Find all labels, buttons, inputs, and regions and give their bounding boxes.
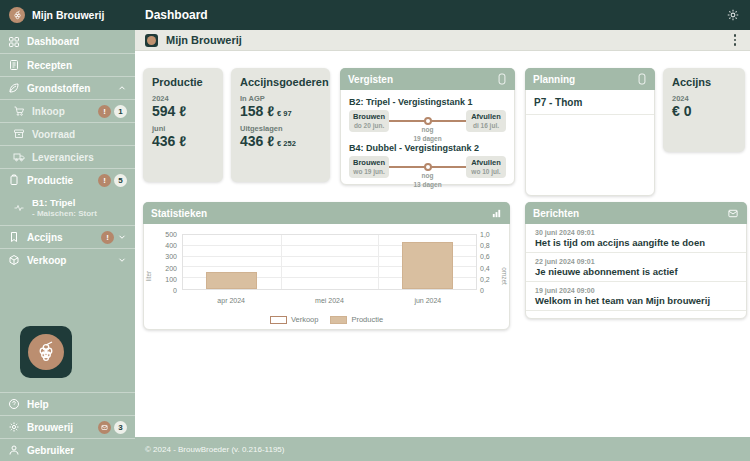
cart-icon	[13, 105, 25, 117]
bookmark-icon	[8, 231, 20, 243]
nav-label: Verkoop	[27, 255, 66, 266]
chevron-down-icon	[117, 255, 127, 265]
card-title: Accijns	[672, 76, 736, 88]
brewery-logo	[20, 326, 72, 378]
batch-name: B1: Tripel	[32, 197, 97, 209]
sidebar-item-dashboard[interactable]: Dashboard	[0, 30, 135, 53]
timeline-remaining: nog 13 dagen	[398, 172, 458, 189]
alert-badge: !	[98, 105, 111, 118]
legend-item: Productie	[330, 315, 383, 324]
chart-axis-left: 0100200300400500	[158, 234, 180, 290]
sidebar-item-inkoop[interactable]: Inkoop ! 1	[0, 99, 135, 122]
sidebar-item-gebruiker[interactable]: Gebruiker	[0, 438, 135, 461]
footer: © 2024 - BrouwBroeder (v. 0.216-1195)	[135, 437, 750, 461]
timeline-remaining: nog 19 dagen	[398, 126, 458, 143]
app-root: Mijn Brouwerij Dashboard Recepten Gronds…	[0, 0, 750, 461]
stat-label: In AGP	[240, 94, 321, 103]
chart-category-cell	[281, 235, 379, 289]
envelope-icon[interactable]	[727, 208, 739, 219]
timeline-end-chip: Afvullen wo 10 jul.	[466, 156, 506, 178]
message-item[interactable]: 19 juni 2024 09:00 Welkom in het team va…	[526, 282, 746, 311]
timeline-track: nog 19 dagen	[389, 120, 466, 122]
kebab-menu-icon[interactable]	[730, 32, 741, 48]
org-avatar[interactable]	[145, 34, 158, 47]
card-vergisten: Vergisten B2: Tripel - Vergistingstank 1…	[340, 68, 515, 185]
sidebar-item-productie[interactable]: Productie ! 5	[0, 168, 135, 191]
chevron-up-icon	[117, 83, 127, 93]
card-title: Productie	[152, 76, 214, 88]
nav-label: Grondstoffen	[27, 83, 90, 94]
nav-label: Accijns	[27, 232, 63, 243]
nav-label: Gebruiker	[27, 445, 74, 456]
sidebar-item-batch-b1-tripel[interactable]: B1: Tripel - Maischen: Stort	[0, 191, 135, 225]
stat-value: 436 ℓ	[152, 133, 214, 149]
card-title: Accijnsgoederen	[240, 76, 321, 88]
timeline-progress-knob	[424, 163, 432, 171]
sidebar-item-verkoop[interactable]: Verkoop	[0, 248, 135, 271]
sidebar-item-leveranciers[interactable]: Leveranciers	[0, 145, 135, 168]
batch-step: - Maischen: Stort	[32, 209, 97, 219]
package-icon	[8, 254, 20, 266]
nav-label: Recepten	[27, 60, 72, 71]
box-icon	[13, 128, 25, 140]
legend-item: Verkoop	[270, 315, 319, 324]
stat-value: 158 ℓ € 97	[240, 103, 321, 119]
card-accijnsgoederen[interactable]: Accijnsgoederen In AGP 158 ℓ € 97 Uitges…	[231, 68, 330, 182]
org-bar: Mijn Brouwerij	[135, 30, 750, 51]
message-item[interactable]: 30 juni 2024 09:01 Het is tijd om accijn…	[526, 224, 746, 253]
message-date: 19 juni 2024 09:00	[535, 287, 737, 294]
topbar: Dashboard	[135, 0, 750, 30]
message-item[interactable]: 22 juni 2024 09:01 Je nieuwe abonnement …	[526, 253, 746, 282]
leaf-icon	[8, 82, 20, 94]
sidebar-item-grondstoffen[interactable]: Grondstoffen	[0, 76, 135, 99]
brand-name: Mijn Brouwerij	[32, 9, 104, 21]
bar-productie	[402, 242, 453, 289]
bar-productie	[206, 272, 257, 289]
sidebar-item-help[interactable]: Help	[0, 392, 135, 415]
card-productie[interactable]: Productie 2024 594 ℓ juni 436 ℓ	[143, 68, 223, 182]
chart-body: liter 0100200300400500 00,20,40,60,81,0 …	[144, 224, 509, 328]
sidebar-item-accijns[interactable]: Accijns !	[0, 225, 135, 248]
stat-euro: € 252	[277, 139, 296, 148]
nav-label: Leveranciers	[32, 152, 94, 163]
card-title: Planning	[533, 74, 575, 85]
org-name: Mijn Brouwerij	[166, 34, 242, 46]
clipboard-icon	[8, 174, 20, 186]
clipboard-icon[interactable]	[637, 73, 647, 85]
card-accijns[interactable]: Accijns 2024 € 0	[663, 68, 745, 152]
card-title: Statistieken	[151, 208, 207, 219]
card-planning: Planning P7 - Thom	[525, 68, 655, 196]
stat-label: 2024	[672, 94, 736, 103]
chart-axis-right: 00,20,40,60,81,0	[477, 234, 497, 290]
sidebar-spacer	[0, 271, 135, 326]
timeline-progress-knob	[424, 117, 432, 125]
stat-value: € 0	[672, 103, 736, 119]
gear-icon	[8, 421, 20, 433]
hop-logo-icon	[28, 334, 64, 370]
card-statistieken: Statistieken liter 0100200300400500 00,2…	[143, 202, 510, 330]
message-text: Welkom in het team van Mijn brouwerij	[535, 295, 737, 306]
message-date: 30 juni 2024 09:01	[535, 229, 737, 236]
sidebar-item-voorraad[interactable]: Voorraad	[0, 122, 135, 145]
chart-category-cell	[183, 235, 281, 289]
sidebar-item-recepten[interactable]: Recepten	[0, 53, 135, 76]
message-badge-icon	[98, 421, 111, 434]
sidebar-item-brouwerij[interactable]: Brouwerij 3	[0, 415, 135, 438]
alert-badge: !	[98, 174, 111, 187]
settings-gear-icon[interactable]	[726, 8, 740, 22]
nav-label: Brouwerij	[27, 422, 73, 433]
batch-title: B4: Dubbel - Vergistingstank 2	[349, 143, 506, 153]
chart-category-label: apr 2024	[182, 297, 280, 304]
stat-label: Uitgeslagen	[240, 124, 321, 133]
sidebar-brand[interactable]: Mijn Brouwerij	[0, 0, 135, 30]
planning-item[interactable]: P7 - Thom	[526, 90, 654, 115]
nav-label: Voorraad	[32, 129, 75, 140]
bar-chart-icon[interactable]	[491, 208, 502, 219]
sidebar: Mijn Brouwerij Dashboard Recepten Gronds…	[0, 0, 135, 461]
main-column: Dashboard Mijn Brouwerij Productie 2024 …	[135, 0, 750, 461]
user-icon	[8, 444, 20, 456]
stat-value: 594 ℓ	[152, 103, 214, 119]
stat-label: juni	[152, 124, 214, 133]
page-title: Dashboard	[145, 8, 208, 22]
tank-icon[interactable]	[497, 73, 507, 85]
